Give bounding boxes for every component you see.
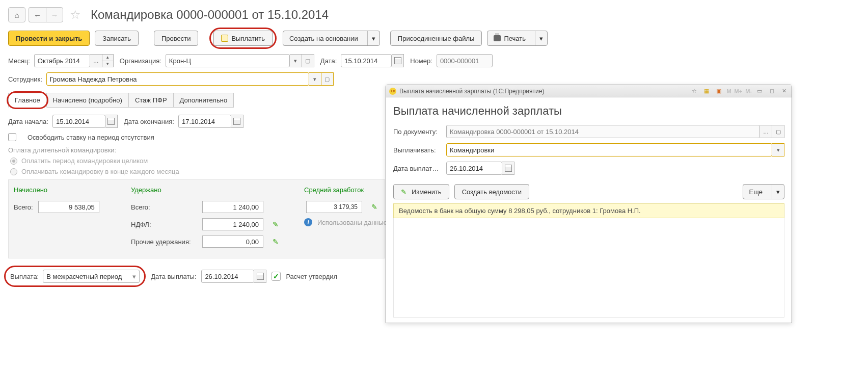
back-button[interactable]: ←: [29, 7, 46, 22]
totals-block: Начислено Всего: 9 538,05 Удержано Всего…: [8, 179, 385, 258]
fields-row-2: Сотрудник: Громова Надежда Петровна ▾ ▢: [8, 72, 860, 86]
calendar-icon[interactable]: [254, 270, 266, 283]
print-button[interactable]: Печать ▾: [487, 31, 548, 46]
withheld-total-input[interactable]: 1 240,00: [202, 201, 263, 213]
withheld-total-label: Всего:: [131, 203, 197, 211]
tab-pfr[interactable]: Стаж ПФР: [129, 93, 174, 108]
m-indicator: M: [726, 88, 731, 94]
toolbar: Провести и закрыть Записать Провести Вып…: [8, 31, 860, 46]
org-input[interactable]: Крон-Ц: [166, 54, 290, 67]
post-and-close-button[interactable]: Провести и закрыть: [8, 31, 90, 46]
tab-accrued[interactable]: Начислено (подробно): [47, 93, 129, 108]
popup-heading: Выплата начисленной зарплаты: [393, 104, 784, 118]
org-open-button[interactable]: ▢: [302, 54, 314, 67]
popup-more-button[interactable]: Еще ▾: [743, 184, 784, 199]
popup-titlebar-text: Выплата начисленной зарплаты (1С:Предпри…: [399, 88, 544, 95]
approved-checkbox[interactable]: ✓: [272, 272, 281, 281]
calendar-icon[interactable]: [105, 115, 118, 128]
popup-pay-input[interactable]: Командировки: [446, 143, 772, 156]
favorite-button[interactable]: ☆: [68, 8, 83, 22]
month-label: Месяц:: [8, 57, 30, 65]
popup-edit-button[interactable]: ✎ Изменить: [393, 184, 449, 199]
nav-history-group: ← →: [29, 7, 63, 22]
calendar-icon[interactable]: [392, 54, 404, 67]
maximize-button[interactable]: ◻: [767, 87, 776, 95]
popup-doc-label: По документу:: [393, 128, 442, 136]
other-withheld-label: Прочие удержания:: [131, 238, 197, 246]
pencil-icon[interactable]: ✎: [273, 238, 279, 246]
free-rate-checkbox[interactable]: [8, 133, 16, 141]
popup-list-header[interactable]: Ведомость в банк на общую сумму 8 298,05…: [393, 203, 784, 218]
employee-input[interactable]: Громова Надежда Петровна: [46, 72, 309, 86]
radio-monthly[interactable]: [10, 168, 17, 175]
tab-main[interactable]: Главное: [8, 93, 47, 108]
payout-date-input[interactable]: 26.10.2014: [201, 270, 254, 283]
cal-titlebar-icon[interactable]: ▣: [714, 87, 723, 95]
calendar-icon[interactable]: [231, 115, 243, 128]
ndfl-label: НДФЛ:: [131, 221, 197, 228]
popup-doc-input: Командировка 0000-000001 от 15.10.2014: [446, 125, 760, 138]
popup-pay-label: Выплачивать:: [393, 146, 442, 154]
employee-open-button[interactable]: ▢: [321, 72, 334, 86]
pencil-icon[interactable]: ✎: [371, 203, 377, 211]
popup-date-input[interactable]: 26.10.2014: [446, 162, 502, 175]
tab-extra[interactable]: Дополнительно: [174, 93, 234, 108]
popup-pay-dropdown-button[interactable]: ▾: [772, 143, 784, 156]
radio-full-label: Оплатить период командировки целиком: [21, 157, 148, 165]
avg-input[interactable]: 3 179,35: [306, 201, 362, 213]
fav-titlebar-icon[interactable]: ☆: [690, 87, 699, 95]
forward-button[interactable]: →: [46, 7, 63, 22]
minimize-button[interactable]: ▭: [755, 87, 764, 95]
withheld-header: Удержано: [131, 186, 284, 194]
popup-doc-open-button[interactable]: ▢: [772, 125, 784, 138]
month-spinner[interactable]: ▲▼: [102, 54, 114, 67]
fields-row-1: Месяц: Октябрь 2014 … ▲▼ Организация: Кр…: [8, 54, 860, 67]
month-input[interactable]: Октябрь 2014: [34, 54, 90, 67]
month-ellipsis-button[interactable]: …: [90, 54, 102, 67]
date-start-label: Дата начала:: [8, 118, 48, 125]
employee-dropdown-button[interactable]: ▾: [309, 72, 321, 86]
arrow-left-icon: ←: [34, 11, 41, 19]
other-withheld-input[interactable]: 0,00: [202, 236, 263, 248]
popup-date-label: Дата выплат…: [393, 165, 442, 172]
radio-full[interactable]: [10, 158, 17, 165]
popup-titlebar[interactable]: 1c Выплата начисленной зарплаты (1С:Пред…: [386, 85, 792, 97]
printer-icon: [494, 35, 501, 41]
popup-more-label: Еще: [743, 185, 769, 199]
payout-dropdown[interactable]: В межрасчетный период ▾: [43, 270, 140, 283]
ndfl-input[interactable]: 1 240,00: [202, 218, 263, 230]
date-label: Дата:: [320, 57, 337, 65]
arrow-right-icon: →: [51, 11, 59, 19]
payout-value: В межрасчетный период: [46, 273, 122, 280]
calendar-icon[interactable]: [502, 162, 514, 175]
popup-list-body[interactable]: [393, 218, 784, 318]
attachments-button[interactable]: Присоединенные файлы: [390, 31, 482, 46]
org-dropdown-button[interactable]: ▾: [290, 54, 302, 67]
popup-create-button[interactable]: Создать ведомости: [454, 184, 529, 199]
home-button[interactable]: ⌂: [8, 7, 25, 22]
number-label: Номер:: [410, 57, 432, 65]
create-based-label: Создать на основании: [283, 31, 364, 45]
radio-monthly-label: Оплачивать командировку в конце каждого …: [21, 168, 179, 175]
pencil-icon[interactable]: ✎: [273, 220, 279, 228]
pencil-icon: ✎: [401, 188, 406, 196]
calc-titlebar-icon[interactable]: ▦: [702, 87, 711, 95]
date-start-input[interactable]: 15.10.2014: [52, 115, 105, 128]
save-button[interactable]: Записать: [95, 31, 139, 46]
date-input[interactable]: 15.10.2014: [341, 54, 392, 67]
chevron-down-icon: ▾: [772, 185, 784, 199]
org-label: Организация:: [120, 57, 161, 65]
number-input: 0000-000001: [437, 54, 493, 67]
accrued-total-label: Всего:: [14, 203, 33, 211]
avg-note: Использованы данные о: [317, 219, 393, 226]
pay-button[interactable]: Выплатить: [213, 31, 273, 46]
post-button[interactable]: Провести: [154, 31, 199, 46]
pay-button-highlight: Выплатить: [213, 31, 273, 46]
create-based-button[interactable]: Создать на основании ▾: [283, 31, 380, 46]
popup-doc-ellipsis-button[interactable]: …: [760, 125, 772, 138]
close-button[interactable]: ✕: [779, 87, 789, 95]
date-end-input[interactable]: 17.10.2014: [178, 115, 231, 128]
accrued-total-input[interactable]: 9 538,05: [38, 201, 99, 213]
star-icon: ☆: [70, 8, 81, 22]
money-icon: [221, 35, 228, 42]
